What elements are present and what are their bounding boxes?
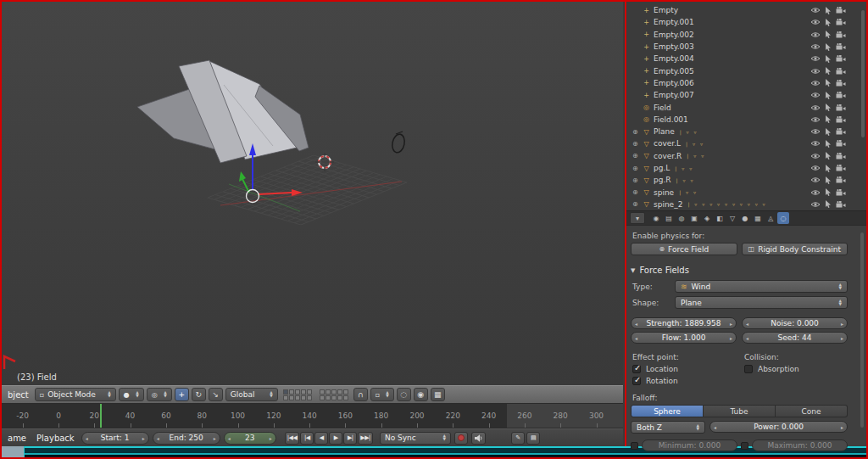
outliner-item[interactable]: ⊕ + Empty.007: [626, 89, 866, 101]
power-slider[interactable]: ◂ Power: 0.000 ▸: [709, 421, 848, 433]
current-frame-indicator[interactable]: [100, 404, 102, 428]
renderability-camera-icon[interactable]: [836, 43, 846, 50]
layer-toggle[interactable]: [283, 389, 288, 395]
shape-dropdown[interactable]: Plane: [675, 296, 848, 309]
visibility-eye-icon[interactable]: [810, 55, 821, 62]
use-max-checkbox[interactable]: [741, 442, 748, 450]
layer-toggle[interactable]: [307, 389, 312, 395]
increment-arrow-icon[interactable]: ▸: [214, 435, 216, 441]
visibility-eye-icon[interactable]: [810, 140, 821, 147]
layer-toggle[interactable]: [326, 389, 331, 395]
manipulator-scale-toggle[interactable]: ↘: [209, 388, 223, 401]
layer-toggle[interactable]: [331, 389, 337, 395]
material-tab[interactable]: ●: [739, 212, 751, 224]
renderability-camera-icon[interactable]: [836, 165, 846, 171]
renderability-camera-icon[interactable]: [836, 104, 846, 111]
force-field-button[interactable]: ⊗ Force Field: [631, 243, 737, 255]
maximum-slider[interactable]: Maximum: 0.000: [752, 439, 848, 451]
properties-scrollbar[interactable]: [860, 232, 864, 428]
selectability-cursor-icon[interactable]: [825, 7, 832, 14]
outliner-item[interactable]: ⊕ + Empty.006: [626, 77, 866, 89]
pivot-dropdown[interactable]: ◎: [147, 388, 172, 401]
selectability-cursor-icon[interactable]: [825, 104, 832, 111]
layer-toggle[interactable]: [283, 395, 288, 400]
visibility-eye-icon[interactable]: [810, 165, 821, 171]
manipulator-rotate-toggle[interactable]: ↻: [192, 388, 206, 401]
selectability-cursor-icon[interactable]: [825, 67, 832, 75]
jump-to-end-button[interactable]: ▶▶|: [358, 432, 373, 445]
expand-toggle-icon[interactable]: ⊕: [632, 140, 642, 148]
renderability-camera-icon[interactable]: [836, 68, 846, 75]
renderability-camera-icon[interactable]: [836, 116, 846, 123]
playback-menu[interactable]: Playback: [36, 434, 75, 443]
outliner-scrollbar[interactable]: [861, 10, 865, 137]
outliner-item[interactable]: ⊕ ▽ cover.L | ▿ ▿: [626, 137, 866, 149]
force-fields-panel-header[interactable]: ▼ Force Fields: [631, 264, 848, 277]
outliner-item[interactable]: ⊕ + Empty: [626, 4, 866, 16]
render-tab[interactable]: ◉: [650, 212, 662, 224]
shading-dropdown[interactable]: ●: [119, 388, 144, 401]
outliner-item[interactable]: ⊕ + Empty.002: [626, 29, 866, 41]
collapse-triangle-icon[interactable]: ▼: [631, 267, 635, 274]
visibility-eye-icon[interactable]: [810, 31, 821, 38]
physics-tab[interactable]: ◌: [777, 212, 789, 224]
renderability-camera-icon[interactable]: [836, 7, 846, 14]
visibility-eye-icon[interactable]: [810, 80, 821, 87]
layer-toggle[interactable]: [343, 389, 348, 395]
outliner-item[interactable]: ⊕ + Empty.003: [626, 41, 866, 53]
renderability-camera-icon[interactable]: [836, 55, 846, 62]
selectability-cursor-icon[interactable]: [825, 200, 832, 208]
layer-toggle[interactable]: [295, 389, 300, 395]
increment-arrow-icon[interactable]: ▸: [730, 335, 732, 341]
modifiers-tab[interactable]: ◧: [714, 212, 726, 224]
jump-to-start-button[interactable]: |◀◀: [285, 432, 300, 445]
selectability-cursor-icon[interactable]: [825, 92, 832, 99]
constraints-tab[interactable]: ◈: [701, 212, 713, 224]
layer-toggle[interactable]: [295, 395, 300, 400]
renderability-camera-icon[interactable]: [836, 19, 846, 25]
outliner-item[interactable]: ⊕ ▽ pg.R | ▿ ▿: [626, 174, 866, 186]
expand-toggle-icon[interactable]: ⊕: [632, 165, 642, 172]
increment-arrow-icon[interactable]: ▸: [841, 321, 843, 327]
visibility-eye-icon[interactable]: [810, 201, 821, 208]
selectability-cursor-icon[interactable]: [825, 165, 832, 172]
type-dropdown[interactable]: ≋ Wind: [675, 280, 848, 293]
outliner-item[interactable]: ⊕ ◎ Field.001: [626, 114, 866, 126]
snap-magnet-icon[interactable]: ∩: [353, 388, 368, 401]
outliner-item[interactable]: ⊕ ▽ spine | ▿ ▿: [626, 186, 866, 198]
audio-mute-button[interactable]: [471, 432, 486, 445]
proportional-edit-icon[interactable]: ◌: [397, 388, 411, 401]
renderability-camera-icon[interactable]: [836, 189, 846, 196]
layer-toggle[interactable]: [320, 395, 325, 400]
absorption-checkbox[interactable]: [744, 365, 753, 373]
jump-to-next-keyframe-button[interactable]: ▶|: [343, 432, 357, 445]
layers-widget-2[interactable]: [320, 389, 348, 400]
selectability-cursor-icon[interactable]: [825, 115, 832, 123]
renderability-camera-icon[interactable]: [836, 128, 846, 135]
expand-toggle-icon[interactable]: ⊕: [632, 176, 642, 184]
falloff-sphere-button[interactable]: Sphere: [631, 405, 704, 417]
expand-toggle-icon[interactable]: ⊕: [632, 128, 642, 136]
selectability-cursor-icon[interactable]: [825, 55, 832, 63]
layer-toggle[interactable]: [320, 389, 325, 395]
opengl-render-anim-icon[interactable]: ▦: [431, 388, 445, 401]
selectability-cursor-icon[interactable]: [825, 188, 832, 196]
increment-arrow-icon[interactable]: ▸: [841, 335, 843, 341]
keyframe-type-button[interactable]: ▤: [526, 432, 540, 445]
layer-toggle[interactable]: [326, 395, 331, 400]
play-reverse-button[interactable]: ◀: [314, 432, 328, 445]
object-menu[interactable]: bject: [8, 390, 29, 400]
opengl-render-icon[interactable]: ◉: [414, 388, 428, 401]
start-frame-field[interactable]: ◂ Start: 1 ▸: [81, 432, 149, 445]
end-frame-field[interactable]: ◂ End: 250 ▸: [153, 432, 220, 445]
visibility-eye-icon[interactable]: [810, 189, 821, 196]
selectability-cursor-icon[interactable]: [825, 128, 832, 136]
outliner-item[interactable]: ⊕ ▽ cover.R | ▿ ▿: [626, 150, 866, 162]
layer-toggle[interactable]: [331, 395, 337, 400]
outliner-item[interactable]: ⊕ + Empty.005: [626, 64, 866, 76]
orientation-dropdown[interactable]: Global: [225, 388, 278, 401]
play-button[interactable]: ▶: [329, 432, 342, 445]
visibility-eye-icon[interactable]: [810, 104, 821, 111]
selectability-cursor-icon[interactable]: [825, 140, 832, 148]
outliner-item[interactable]: ⊕ ▽ spine_2 | ▿ ▿ ▿ ▿ ▿ ▿ ▿ ▿ ▿ ▿: [626, 199, 866, 210]
